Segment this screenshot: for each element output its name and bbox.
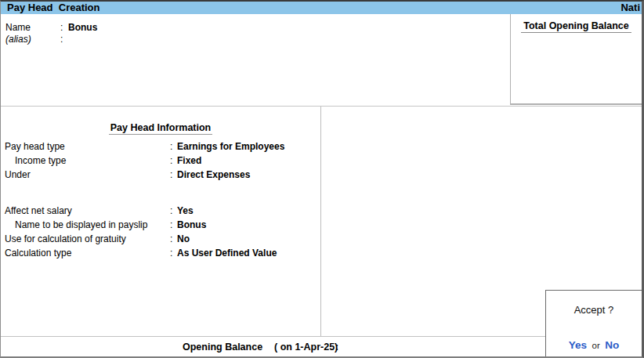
field-row-payslip-name: Name to be displayed in payslip : Bonus (1, 218, 319, 232)
pay-head-creation-window: Pay Head Creation Nati Name : Bonus (ali… (0, 0, 644, 358)
titlebar: Pay Head Creation Nati (1, 2, 642, 14)
accept-prompt: Accept ? (546, 304, 642, 316)
pay-head-type-field[interactable]: Earnings for Employees (177, 139, 284, 154)
field-colon: : (170, 232, 177, 246)
pay-head-info-rows: Pay head type : Earnings for Employees I… (1, 139, 319, 260)
field-row-income-type: Income type : Fixed (1, 154, 319, 168)
accept-actions: Yes or No (546, 339, 642, 351)
accept-dialog: Accept ? Yes or No (545, 290, 642, 356)
field-label: Under (1, 168, 170, 182)
field-colon: : (170, 154, 177, 168)
accept-or-label: or (592, 341, 600, 350)
gratuity-field[interactable]: No (177, 232, 190, 246)
field-colon: : (170, 139, 177, 154)
alias-label: (alias) (5, 34, 31, 45)
page-title: Pay Head Creation (7, 2, 100, 14)
field-label: Pay head type (1, 139, 170, 154)
calculation-type-field[interactable]: As User Defined Value (177, 246, 277, 260)
pay-head-information-heading: Pay Head Information (1, 120, 320, 134)
total-opening-balance-box: Total Opening Balance (510, 14, 642, 105)
field-colon: : (170, 204, 177, 218)
field-label: Use for calculation of gratuity (1, 232, 170, 246)
field-colon: : (170, 168, 177, 182)
field-row-under: Under : Direct Expenses (1, 168, 319, 182)
name-colon: : (60, 22, 63, 33)
under-field[interactable]: Direct Expenses (177, 168, 250, 182)
affect-net-salary-field[interactable]: Yes (177, 204, 194, 218)
field-label: Calculation type (1, 246, 170, 260)
accept-yes-button[interactable]: Yes (569, 339, 587, 351)
field-row-gratuity: Use for calculation of gratuity : No (1, 232, 319, 246)
field-colon: : (170, 218, 177, 232)
name-label: Name (5, 22, 31, 33)
field-colon: : (170, 246, 177, 260)
opening-balance-date-label: ( on 1-Apr-25) (274, 342, 338, 353)
company-name: Nati (620, 2, 640, 14)
total-opening-balance-heading: Total Opening Balance (521, 20, 631, 33)
pane-divider (320, 107, 321, 338)
field-label: Affect net salary (1, 204, 170, 218)
payslip-name-field[interactable]: Bonus (177, 218, 206, 232)
field-label: Income type (1, 154, 170, 168)
field-row-affect-net-salary: Affect net salary : Yes (1, 204, 319, 218)
accept-no-button[interactable]: No (605, 339, 619, 351)
opening-balance-label: Opening Balance (183, 342, 262, 353)
name-field[interactable]: Bonus (68, 22, 97, 33)
field-row-calculation-type: Calculation type : As User Defined Value (1, 246, 319, 260)
field-label: Name to be displayed in payslip (1, 218, 170, 232)
income-type-field[interactable]: Fixed (177, 154, 201, 168)
alias-colon: : (60, 34, 63, 45)
opening-balance-colon: : (335, 342, 338, 353)
field-row-pay-head-type: Pay head type : Earnings for Employees (1, 139, 319, 154)
